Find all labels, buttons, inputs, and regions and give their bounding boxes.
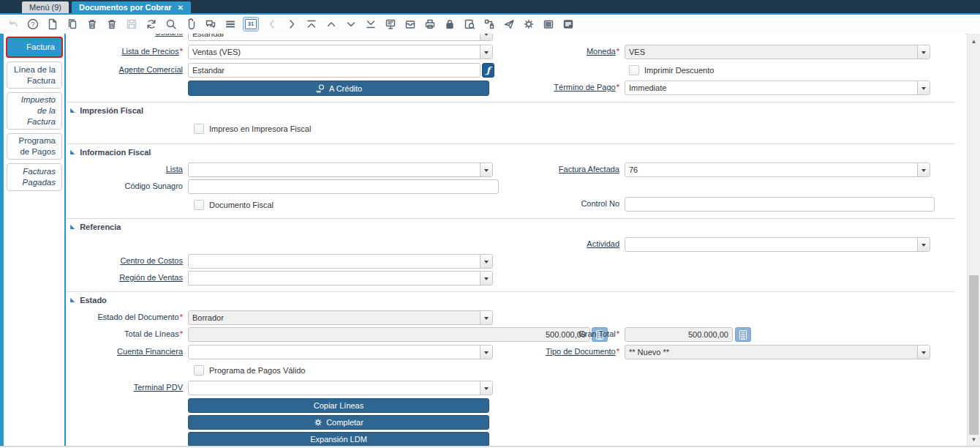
refresh-icon[interactable] <box>144 18 158 31</box>
lock-icon[interactable] <box>442 18 456 31</box>
first-record-icon[interactable] <box>304 18 318 31</box>
detail-record-icon[interactable] <box>344 18 358 31</box>
send-icon[interactable] <box>502 18 516 31</box>
actividad-field[interactable] <box>625 237 930 252</box>
moneda-label: Moneda* <box>466 47 619 57</box>
product-info-icon[interactable] <box>541 18 555 31</box>
lista-label: Lista <box>66 165 183 175</box>
agente-comercial-label: Agente Comercial <box>66 65 183 75</box>
programa-de-pagos-valido-checkbox[interactable] <box>194 365 204 376</box>
delete-record-icon[interactable] <box>85 18 99 31</box>
window-tab-bar: Menú (9) Documentos por Cobrar ✕ <box>0 0 980 15</box>
documento-fiscal-checkbox[interactable] <box>194 200 204 210</box>
impreso-en-impresora-fiscal-checkbox[interactable] <box>194 124 204 134</box>
imprimir-descuento-checkbox[interactable] <box>629 65 639 75</box>
collapse-triangle-icon: ◣ <box>70 149 75 155</box>
terminal-pdv-label: Terminal PDV <box>66 383 183 393</box>
archive-icon[interactable] <box>403 18 417 31</box>
copiar-lineas-button[interactable]: Copiar Líneas <box>188 398 489 413</box>
impreso-en-impresora-fiscal-row: Impreso en Impresora Fiscal <box>194 123 311 135</box>
usuario-label: Usuario <box>66 34 183 38</box>
chevron-down-icon[interactable] <box>480 34 492 40</box>
terminal-pdv-field[interactable] <box>188 381 493 395</box>
sidebar-tab-programa-de-pagos[interactable]: Programa de Pagos <box>7 133 62 160</box>
print-icon[interactable] <box>423 18 437 31</box>
gran-total-field[interactable]: 500.000,00 <box>625 327 733 342</box>
centro-de-costos-field[interactable] <box>188 254 493 269</box>
moneda-field[interactable]: VES <box>625 45 930 59</box>
calculator-button[interactable] <box>735 327 751 342</box>
find-icon[interactable] <box>164 18 178 31</box>
chevron-down-icon[interactable] <box>480 272 492 285</box>
lista-de-precios-field[interactable]: Ventas (VES) <box>188 45 493 59</box>
agente-comercial-field[interactable]: Estandar <box>188 63 480 78</box>
usuario-field[interactable]: Estandar <box>188 34 493 41</box>
section-referencia[interactable]: ◣Referencia <box>70 222 121 232</box>
chat-icon[interactable] <box>203 18 217 31</box>
close-icon[interactable]: ✕ <box>178 4 184 12</box>
gran-total-label: Gran Total* <box>466 329 619 340</box>
workflow-icon[interactable] <box>482 18 496 31</box>
codigo-sunagro-field[interactable] <box>188 179 499 194</box>
chevron-down-icon[interactable] <box>480 255 492 268</box>
last-record-icon[interactable] <box>363 18 377 31</box>
copy-record-icon[interactable] <box>65 18 79 31</box>
chevron-down-icon[interactable] <box>917 346 930 359</box>
new-record-icon[interactable] <box>45 18 59 31</box>
toolbar: ? 31 <box>0 15 980 34</box>
tipo-de-documento-field[interactable]: ** Nuevo ** <box>625 345 930 359</box>
estado-del-documento-label: Estado del Documento* <box>66 313 183 323</box>
region-de-ventas-label: Región de Ventas <box>66 273 183 283</box>
region-de-ventas-field[interactable] <box>188 271 493 285</box>
chevron-down-icon[interactable] <box>480 381 492 395</box>
business-partner-quick-entry-button[interactable]: ƒ <box>482 63 494 78</box>
sidebar-tab-impuesto-de-la-factura[interactable]: Impuesto de la Factura <box>7 92 62 130</box>
chevron-down-icon[interactable] <box>480 311 492 324</box>
termino-de-pago-field[interactable]: Immediate <box>625 81 930 95</box>
completar-button[interactable]: Completar <box>188 415 489 430</box>
help-document-icon[interactable] <box>561 18 575 31</box>
sidebar-tab-facturas-pagadas[interactable]: Facturas Pagadas <box>7 163 62 191</box>
chevron-down-icon[interactable] <box>917 163 930 176</box>
control-no-label: Control No <box>466 199 619 209</box>
scrollbar-thumb[interactable] <box>969 275 979 435</box>
section-informacion-fiscal[interactable]: ◣Informacion Fiscal <box>70 147 151 157</box>
tab-documentos-por-cobrar[interactable]: Documentos por Cobrar ✕ <box>72 1 191 13</box>
section-estado[interactable]: ◣Estado <box>70 295 107 305</box>
tab-menu[interactable]: Menú (9) <box>22 1 69 13</box>
chevron-down-icon[interactable] <box>917 45 930 59</box>
delete-selection-icon[interactable] <box>105 18 118 31</box>
attachment-icon[interactable] <box>184 18 197 31</box>
control-no-field[interactable] <box>625 197 935 212</box>
chevron-down-icon[interactable] <box>917 81 930 94</box>
cuenta-financiera-field[interactable] <box>188 345 493 359</box>
toggle-grid-icon[interactable] <box>223 18 237 31</box>
scroll-up-icon[interactable]: ▲ <box>968 37 980 47</box>
factura-afectada-field[interactable]: 76 <box>625 163 930 177</box>
credit-payment-icon <box>315 84 325 93</box>
preferences-icon[interactable] <box>521 18 535 31</box>
application-window: Menú (9) Documentos por Cobrar ✕ ? 31 <box>0 0 980 448</box>
chevron-down-icon[interactable] <box>917 238 930 251</box>
help-icon[interactable]: ? <box>26 18 39 31</box>
scroll-down-icon[interactable]: ▼ <box>968 435 980 445</box>
lista-de-precios-label: Lista de Precios* <box>66 47 183 57</box>
estado-del-documento-field[interactable]: Borrador <box>188 310 493 325</box>
report-icon[interactable] <box>383 18 397 31</box>
sidebar-tab-factura[interactable]: Factura <box>6 37 63 58</box>
section-impresion-fiscal[interactable]: ◣Impresión Fiscal <box>70 105 143 116</box>
zoom-across-icon[interactable] <box>462 18 476 31</box>
next-record-icon[interactable] <box>284 18 298 31</box>
vertical-scrollbar[interactable]: ▲ ▼ <box>967 34 980 448</box>
actividad-label: Actividad <box>466 239 619 250</box>
lista-field[interactable] <box>188 163 493 177</box>
termino-de-pago-label: Término de Pago* <box>466 83 619 93</box>
expansion-ldm-button[interactable]: Expansión LDM <box>188 432 489 447</box>
sidebar-tab-linea-de-la-factura[interactable]: Línea de la Factura <box>7 61 62 89</box>
tab-documentos-label: Documentos por Cobrar <box>79 3 172 12</box>
form-panel: Usuario Estandar Lista de Precios* Venta… <box>64 34 965 448</box>
calendar-icon[interactable]: 31 <box>243 17 259 31</box>
a-credito-button[interactable]: A Crédito <box>188 81 489 96</box>
function-icon: ƒ <box>486 65 490 75</box>
parent-record-icon[interactable] <box>324 18 338 31</box>
